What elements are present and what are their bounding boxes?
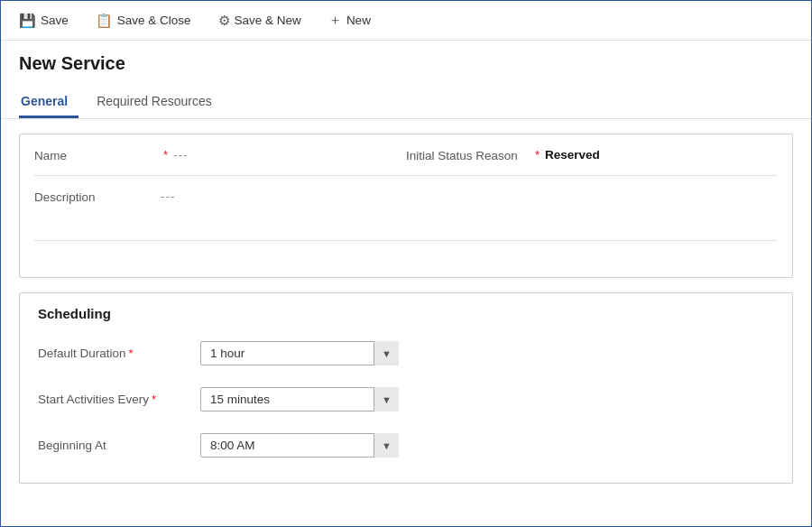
page-header: New Service (1, 41, 811, 87)
save-new-button[interactable]: ⚙ Save & New (213, 9, 307, 32)
start-activities-label: Start Activities Every* (38, 393, 200, 406)
description-left: Description --- (34, 189, 778, 204)
default-duration-label: Default Duration* (38, 347, 200, 360)
content-area: Name * --- Initial Status Reason * Reser… (1, 119, 811, 498)
scheduling-title: Scheduling (20, 293, 792, 330)
new-icon: ＋ (328, 12, 342, 29)
beginning-at-control: 12:00 AM 6:00 AM 7:00 AM 8:00 AM 9:00 AM… (200, 433, 399, 458)
status-reason-required-star: * (535, 148, 540, 162)
initial-status-reason-value[interactable]: Reserved (545, 148, 600, 162)
tab-general[interactable]: General (19, 87, 78, 118)
app-container: 💾 Save 📋 Save & Close ⚙ Save & New ＋ New… (0, 0, 812, 527)
name-value[interactable]: --- (173, 148, 189, 162)
name-left: Name * --- (34, 147, 406, 162)
save-new-label: Save & New (235, 14, 301, 27)
toolbar: 💾 Save 📋 Save & Close ⚙ Save & New ＋ New (1, 1, 811, 41)
start-activities-control: 5 minutes 10 minutes 15 minutes 30 minut… (200, 387, 399, 411)
name-required-star: * (163, 148, 168, 162)
default-duration-row: Default Duration* 30 minutes 1 hour 1.5 … (20, 330, 792, 376)
save-button[interactable]: 💾 Save (14, 9, 74, 32)
beginning-at-label: Beginning At (38, 439, 200, 452)
description-row: Description --- (20, 176, 792, 204)
name-label: Name (34, 147, 161, 162)
description-label: Description (34, 189, 161, 204)
beginning-at-select-wrapper: 12:00 AM 6:00 AM 7:00 AM 8:00 AM 9:00 AM… (200, 433, 399, 458)
general-section: Name * --- Initial Status Reason * Reser… (19, 134, 793, 278)
new-button[interactable]: ＋ New (323, 8, 376, 32)
save-close-icon: 📋 (96, 13, 113, 29)
page-title: New Service (19, 53, 793, 74)
scheduling-section: Scheduling Default Duration* 30 minutes … (19, 292, 793, 484)
tab-required-resources[interactable]: Required Resources (95, 87, 223, 118)
default-duration-select-wrapper: 30 minutes 1 hour 1.5 hours 2 hours ▼ (200, 341, 399, 365)
beginning-at-row: Beginning At 12:00 AM 6:00 AM 7:00 AM 8:… (20, 422, 792, 468)
default-duration-select[interactable]: 30 minutes 1 hour 1.5 hours 2 hours (200, 341, 399, 365)
status-reason-right: Initial Status Reason * Reserved (406, 147, 778, 162)
name-row: Name * --- Initial Status Reason * Reser… (20, 134, 792, 162)
save-close-button[interactable]: 📋 Save & Close (90, 9, 197, 32)
save-icon: 💾 (19, 13, 36, 29)
new-label: New (346, 14, 371, 27)
general-spacer (20, 241, 792, 250)
default-duration-control: 30 minutes 1 hour 1.5 hours 2 hours ▼ (200, 341, 399, 365)
description-value[interactable]: --- (161, 190, 176, 203)
save-new-icon: ⚙ (218, 13, 230, 29)
start-activities-star: * (152, 393, 156, 406)
start-activities-row: Start Activities Every* 5 minutes 10 min… (20, 376, 792, 422)
save-label: Save (41, 14, 69, 27)
initial-status-reason-label: Initial Status Reason (406, 147, 532, 162)
start-activities-select[interactable]: 5 minutes 10 minutes 15 minutes 30 minut… (200, 387, 399, 411)
tabs: General Required Resources (1, 87, 811, 119)
beginning-at-select[interactable]: 12:00 AM 6:00 AM 7:00 AM 8:00 AM 9:00 AM (200, 433, 399, 458)
save-close-label: Save & Close (117, 14, 191, 27)
default-duration-star: * (129, 347, 134, 360)
start-activities-select-wrapper: 5 minutes 10 minutes 15 minutes 30 minut… (200, 387, 399, 411)
